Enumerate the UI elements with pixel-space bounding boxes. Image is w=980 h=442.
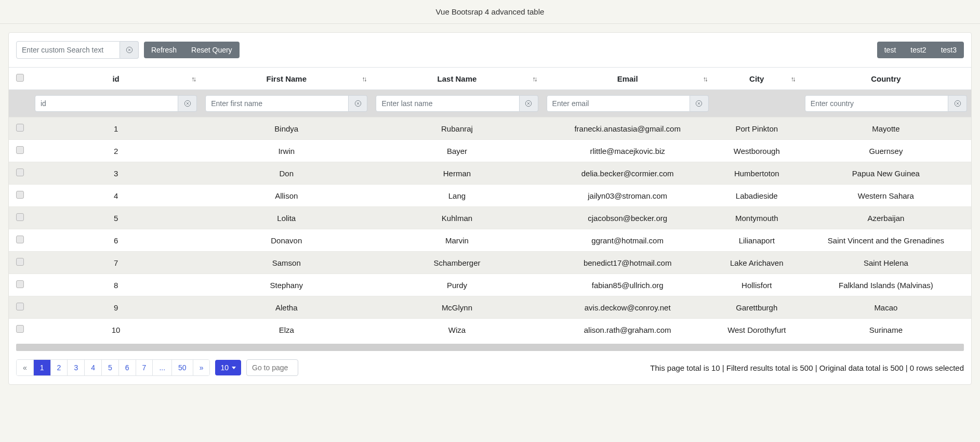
header-email[interactable]: Email↑↓: [542, 68, 713, 90]
row-checkbox[interactable]: [16, 213, 24, 221]
table-row[interactable]: 1 Bindya Rubanraj franecki.anastasia@gma…: [9, 118, 971, 140]
cell-city: Hollisfort: [713, 274, 801, 296]
filter-country-input[interactable]: [805, 95, 948, 112]
page-link[interactable]: 4: [85, 360, 101, 375]
goto-page-input[interactable]: [246, 359, 298, 376]
row-checkbox-cell: [9, 207, 31, 229]
page-link[interactable]: 3: [68, 360, 84, 375]
cell-email: fabian85@ullrich.org: [542, 274, 713, 296]
cell-last-name: Kuhlman: [372, 207, 542, 229]
cell-id: 10: [31, 319, 201, 341]
page-link[interactable]: 1: [34, 360, 50, 375]
row-checkbox-cell: [9, 229, 31, 252]
cell-city: Labadieside: [713, 185, 801, 207]
filter-id-input[interactable]: [35, 95, 178, 112]
cell-email: franecki.anastasia@gmail.com: [542, 118, 713, 140]
filter-row: [9, 90, 971, 118]
status-text: | Filterd results total is: [720, 363, 800, 372]
row-checkbox[interactable]: [16, 258, 24, 266]
toolbar-right-group: test test2 test3: [877, 42, 964, 58]
page-link[interactable]: 50: [172, 360, 193, 375]
page-link[interactable]: «: [17, 360, 33, 375]
page-link[interactable]: »: [193, 360, 210, 375]
cell-id: 6: [31, 229, 201, 252]
row-checkbox[interactable]: [16, 236, 24, 243]
page-link[interactable]: ...: [153, 360, 171, 375]
row-checkbox[interactable]: [16, 168, 24, 176]
filter-email-cell: [542, 90, 713, 118]
page-item: «: [17, 360, 34, 375]
page-link[interactable]: 5: [102, 360, 118, 375]
clear-filter-last-name[interactable]: [520, 95, 538, 112]
row-checkbox[interactable]: [16, 191, 24, 199]
test-button-1[interactable]: test: [877, 42, 904, 58]
status-page-total: 10: [711, 363, 720, 372]
row-checkbox[interactable]: [16, 303, 24, 310]
header-checkbox-col: [9, 68, 31, 90]
cell-email: benedict17@hotmail.com: [542, 252, 713, 274]
page-item: 7: [136, 360, 153, 375]
table-row[interactable]: 2 Irwin Bayer rlittle@macejkovic.biz Wes…: [9, 140, 971, 162]
table-row[interactable]: 4 Allison Lang jailyn03@stroman.com Laba…: [9, 185, 971, 207]
row-checkbox-cell: [9, 274, 31, 296]
filter-first-name-input[interactable]: [205, 95, 349, 112]
test-button-3[interactable]: test3: [934, 42, 964, 58]
reset-query-button[interactable]: Reset Query: [184, 42, 240, 58]
cell-country: Papua New Guinea: [801, 162, 971, 185]
cell-first-name: Samson: [201, 252, 372, 274]
close-circle-icon: [954, 100, 961, 107]
clear-filter-country[interactable]: [948, 95, 967, 112]
row-checkbox[interactable]: [16, 146, 24, 154]
header-id[interactable]: id↑↓: [31, 68, 201, 90]
table-row[interactable]: 5 Lolita Kuhlman cjacobson@becker.org Mo…: [9, 207, 971, 229]
refresh-button[interactable]: Refresh: [144, 42, 184, 58]
cell-city: Westborough: [713, 140, 801, 162]
row-checkbox[interactable]: [16, 325, 24, 333]
cell-last-name: Herman: [372, 162, 542, 185]
table-row[interactable]: 8 Stephany Purdy fabian85@ullrich.org Ho…: [9, 274, 971, 296]
table-row[interactable]: 9 Aletha McGlynn avis.deckow@conroy.net …: [9, 296, 971, 319]
cell-id: 9: [31, 296, 201, 319]
row-checkbox[interactable]: [16, 280, 24, 288]
page-link[interactable]: 7: [136, 360, 153, 375]
cell-country: Macao: [801, 296, 971, 319]
clear-filter-email[interactable]: [690, 95, 709, 112]
status-text: rows selected: [914, 363, 964, 372]
test-button-2[interactable]: test2: [903, 42, 933, 58]
table-row[interactable]: 10 Elza Wiza alison.rath@graham.com West…: [9, 319, 971, 341]
cell-city: West Dorothyfurt: [713, 319, 801, 341]
page-size-value: 10: [220, 363, 229, 372]
cell-first-name: Elza: [201, 319, 372, 341]
clear-search-button[interactable]: [120, 41, 139, 59]
table-row[interactable]: 3 Don Herman delia.becker@cormier.com Hu…: [9, 162, 971, 185]
header-city[interactable]: City↑↓: [713, 68, 801, 90]
global-search-input[interactable]: [16, 41, 120, 59]
page-item: ...: [153, 360, 172, 375]
row-checkbox-cell: [9, 162, 31, 185]
sort-icon: ↑↓: [362, 75, 365, 83]
filter-last-name-input[interactable]: [376, 95, 519, 112]
table-row[interactable]: 7 Samson Schamberger benedict17@hotmail.…: [9, 252, 971, 274]
row-checkbox[interactable]: [16, 124, 24, 132]
page-link[interactable]: 6: [119, 360, 136, 375]
page-item: 1: [34, 360, 51, 375]
horizontal-scrollbar[interactable]: [16, 344, 964, 351]
page-size-dropdown[interactable]: 10: [215, 360, 241, 375]
sort-icon: ↑↓: [191, 75, 195, 83]
header-first-name[interactable]: First Name↑↓: [201, 68, 372, 90]
clear-filter-id[interactable]: [178, 95, 197, 112]
cell-city: Humbertoton: [713, 162, 801, 185]
clear-filter-first-name[interactable]: [349, 95, 367, 112]
table-row[interactable]: 6 Donavon Marvin ggrant@hotmail.com Lili…: [9, 229, 971, 252]
header-last-name[interactable]: Last Name↑↓: [372, 68, 542, 90]
page-link[interactable]: 2: [51, 360, 68, 375]
header-label: Email: [617, 74, 638, 83]
global-search-group: [16, 41, 139, 59]
cell-city: Lilianaport: [713, 229, 801, 252]
cell-id: 3: [31, 162, 201, 185]
cell-id: 2: [31, 140, 201, 162]
filter-empty: [9, 90, 31, 118]
select-all-checkbox[interactable]: [16, 74, 24, 82]
cell-last-name: Lang: [372, 185, 542, 207]
filter-email-input[interactable]: [547, 95, 690, 112]
